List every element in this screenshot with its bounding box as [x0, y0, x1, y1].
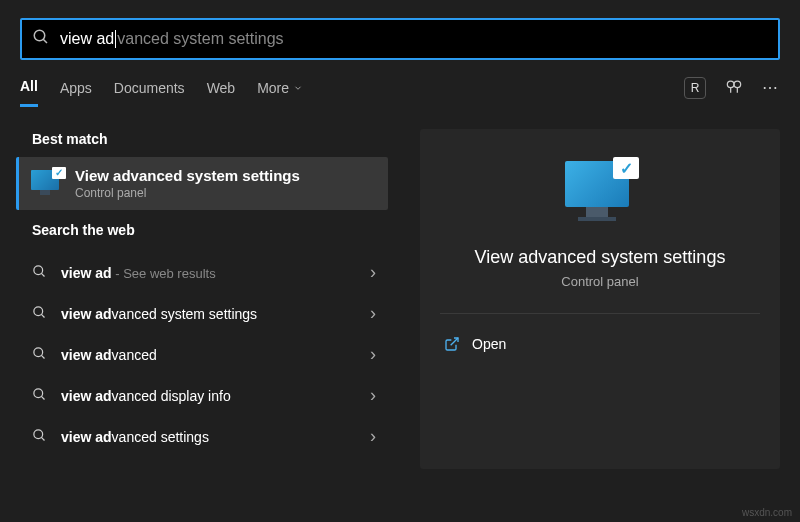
tab-documents[interactable]: Documents — [114, 80, 185, 106]
search-icon — [32, 305, 47, 323]
web-suggestion-item[interactable]: view ad - See web results › — [8, 252, 400, 293]
svg-point-8 — [34, 347, 43, 356]
search-input[interactable]: view ad vanced system settings — [60, 30, 284, 48]
svg-point-0 — [34, 30, 45, 41]
search-ghost-completion: vanced system settings — [117, 30, 283, 48]
svg-point-3 — [734, 81, 741, 88]
svg-line-11 — [41, 396, 44, 399]
filter-tabs: All Apps Documents Web More R ⋯ — [0, 60, 800, 109]
text-caret — [115, 30, 116, 48]
rewards-icon[interactable] — [724, 76, 744, 99]
user-badge[interactable]: R — [684, 77, 706, 99]
svg-point-6 — [34, 306, 43, 315]
preview-title: View advanced system settings — [440, 247, 760, 268]
watermark: wsxdn.com — [742, 507, 792, 518]
web-suggestion-item[interactable]: view advanced settings › — [8, 416, 400, 457]
svg-point-4 — [34, 265, 43, 274]
search-icon — [32, 387, 47, 405]
more-options-icon[interactable]: ⋯ — [762, 78, 780, 97]
search-icon — [32, 346, 47, 364]
preview-subtitle: Control panel — [440, 274, 760, 289]
preview-pane: ✓ View advanced system settings Control … — [400, 119, 800, 521]
open-action[interactable]: Open — [440, 330, 760, 358]
chevron-right-icon: › — [370, 303, 388, 324]
svg-line-14 — [451, 338, 458, 345]
chevron-right-icon: › — [370, 426, 388, 447]
search-icon — [32, 428, 47, 446]
best-match-label: Best match — [8, 119, 400, 157]
tab-apps[interactable]: Apps — [60, 80, 92, 106]
search-icon — [32, 264, 47, 282]
search-typed-text: view ad — [60, 30, 114, 48]
svg-point-12 — [34, 429, 43, 438]
chevron-down-icon — [293, 80, 303, 96]
preview-card: ✓ View advanced system settings Control … — [420, 129, 780, 469]
open-label: Open — [472, 336, 506, 352]
search-icon — [32, 28, 50, 50]
svg-line-1 — [43, 39, 47, 43]
search-bar[interactable]: view ad vanced system settings — [20, 18, 780, 60]
web-suggestions-list: view ad - See web results › view advance… — [8, 248, 400, 457]
chevron-right-icon: › — [370, 262, 388, 283]
web-suggestion-item[interactable]: view advanced display info › — [8, 375, 400, 416]
svg-line-13 — [41, 437, 44, 440]
chevron-right-icon: › — [370, 344, 388, 365]
tab-all[interactable]: All — [20, 78, 38, 107]
chevron-right-icon: › — [370, 385, 388, 406]
results-list: Best match ✓ View advanced system settin… — [0, 119, 400, 521]
best-match-item[interactable]: ✓ View advanced system settings Control … — [16, 157, 388, 210]
system-settings-icon-large: ✓ — [561, 157, 639, 227]
tab-more[interactable]: More — [257, 80, 303, 106]
system-settings-icon: ✓ — [31, 170, 63, 198]
web-suggestion-item[interactable]: view advanced system settings › — [8, 293, 400, 334]
divider — [440, 313, 760, 314]
svg-line-7 — [41, 314, 44, 317]
tab-web[interactable]: Web — [207, 80, 236, 106]
svg-line-5 — [41, 273, 44, 276]
results-area: Best match ✓ View advanced system settin… — [0, 109, 800, 521]
best-match-title: View advanced system settings — [75, 167, 300, 184]
open-external-icon — [444, 336, 460, 352]
search-web-label: Search the web — [8, 210, 400, 248]
svg-line-9 — [41, 355, 44, 358]
best-match-subtitle: Control panel — [75, 186, 300, 200]
svg-point-10 — [34, 388, 43, 397]
web-suggestion-item[interactable]: view advanced › — [8, 334, 400, 375]
svg-point-2 — [727, 81, 734, 88]
